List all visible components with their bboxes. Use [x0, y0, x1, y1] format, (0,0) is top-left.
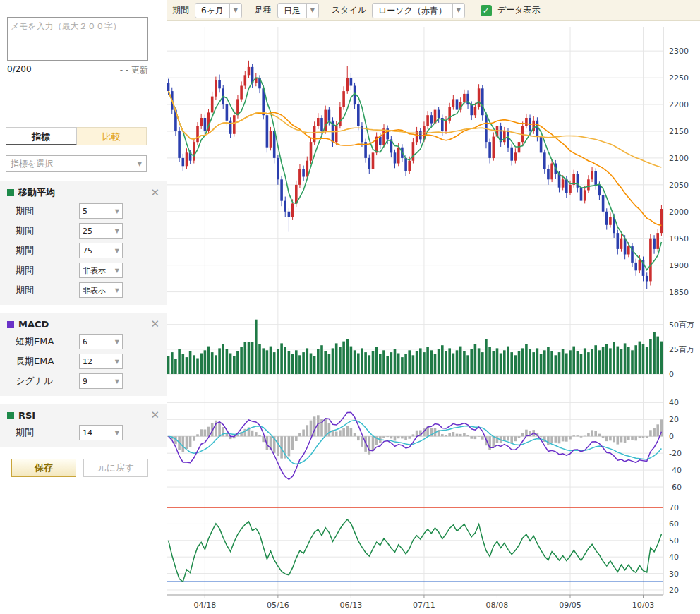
svg-text:2150: 2150 [669, 127, 689, 136]
stock-chart-canvas[interactable]: 2300225022002150210020502000195019001850… [167, 21, 700, 614]
section-title: MACD [18, 319, 49, 330]
chevron-down-icon: ▼ [115, 267, 119, 274]
section-title: 移動平均 [18, 186, 55, 199]
svg-text:2000: 2000 [669, 207, 689, 217]
svg-text:-60: -60 [669, 483, 682, 492]
svg-text:1950: 1950 [669, 234, 689, 243]
green-square-icon [7, 189, 14, 196]
bar-type-dropdown-value: 日足 [278, 4, 306, 18]
indicator-sidebar: 0/200 - - 更新 指標 比較 指標を選択 ▼ 移動平均 ✕ 期間 5▼ … [0, 0, 167, 614]
chevron-down-icon: ▼ [229, 4, 241, 18]
svg-text:2100: 2100 [669, 154, 689, 163]
svg-text:60: 60 [669, 519, 679, 529]
chevron-down-icon: ▼ [306, 4, 318, 18]
svg-text:20: 20 [669, 586, 679, 595]
period-dropdown[interactable]: 6ヶ月 ▼ [195, 3, 242, 18]
svg-text:70: 70 [669, 503, 679, 512]
indicator-select[interactable]: 指標を選択 ▼ [6, 155, 147, 172]
chart-toolbar: 期間 6ヶ月 ▼ 足種 日足 ▼ スタイル ローソク（赤青） ▼ ✓ データ表示 [167, 0, 700, 21]
svg-text:0: 0 [669, 370, 674, 379]
svg-text:40: 40 [669, 553, 679, 562]
chevron-down-icon: ▼ [115, 228, 119, 234]
data-display-checkbox[interactable]: ✓ [481, 5, 492, 16]
ma-period-row-4: 期間 非表示▼ [7, 263, 159, 278]
close-icon[interactable]: ✕ [150, 188, 159, 198]
chevron-down-icon: ▼ [115, 378, 119, 385]
svg-text:25百万: 25百万 [669, 345, 694, 354]
memo-updated-text: - - 更新 [120, 64, 148, 76]
close-icon[interactable]: ✕ [150, 410, 159, 421]
svg-text:09/05: 09/05 [559, 601, 581, 610]
ma-period-1-select[interactable]: 5▼ [79, 203, 123, 219]
svg-text:-20: -20 [669, 449, 682, 458]
chevron-down-icon: ▼ [115, 430, 119, 436]
svg-text:06/13: 06/13 [340, 601, 363, 610]
section-header: RSI ✕ [7, 410, 159, 421]
macd-signal-row: シグナル 9▼ [7, 373, 159, 389]
chevron-down-icon: ▼ [115, 339, 119, 345]
close-icon[interactable]: ✕ [150, 319, 159, 330]
chart-region: 期間 6ヶ月 ▼ 足種 日足 ▼ スタイル ローソク（赤青） ▼ ✓ データ表示… [167, 0, 700, 614]
green-square-icon [7, 412, 14, 419]
svg-text:30: 30 [669, 570, 679, 579]
style-dropdown[interactable]: ローソク（赤青） ▼ [372, 3, 465, 18]
chevron-down-icon: ▼ [138, 161, 142, 167]
svg-text:04/18: 04/18 [194, 601, 217, 610]
ma-period-5-select[interactable]: 非表示▼ [79, 282, 123, 298]
data-display-label: データ表示 [497, 4, 541, 16]
ma-period-row-2: 期間 25▼ [7, 223, 159, 239]
svg-text:40: 40 [669, 398, 679, 407]
chevron-down-icon: ▼ [115, 359, 119, 365]
rsi-period-row: 期間 14▼ [7, 425, 159, 440]
svg-text:20: 20 [669, 415, 679, 424]
macd-long-ema-row: 長期EMA 12▼ [7, 354, 159, 369]
save-button[interactable]: 保存 [11, 459, 76, 477]
bar-type-dropdown[interactable]: 日足 ▼ [277, 3, 319, 18]
chevron-down-icon: ▼ [452, 4, 464, 18]
style-dropdown-value: ローソク（赤青） [373, 4, 452, 18]
chevron-down-icon: ▼ [115, 208, 119, 215]
svg-text:2050: 2050 [669, 181, 689, 190]
section-rsi: RSI ✕ 期間 14▼ [0, 404, 167, 447]
macd-short-ema-select[interactable]: 6▼ [79, 334, 123, 349]
svg-text:2200: 2200 [669, 100, 689, 109]
section-header: 移動平均 ✕ [7, 186, 159, 199]
svg-text:-40: -40 [669, 466, 682, 475]
macd-long-ema-select[interactable]: 12▼ [79, 354, 123, 369]
svg-text:1900: 1900 [669, 261, 689, 270]
section-macd: MACD ✕ 短期EMA 6▼ 長期EMA 12▼ シグナル 9▼ [0, 313, 167, 396]
rsi-period-select[interactable]: 14▼ [79, 425, 123, 440]
svg-text:08/08: 08/08 [486, 601, 509, 610]
ma-period-row-5: 期間 非表示▼ [7, 282, 159, 298]
period-label: 期間 [172, 4, 189, 16]
sidebar-tabs: 指標 比較 [6, 127, 147, 145]
ma-period-row-1: 期間 5▼ [7, 203, 159, 219]
svg-text:2250: 2250 [669, 73, 689, 83]
ma-period-4-select[interactable]: 非表示▼ [79, 263, 123, 278]
sidebar-buttons: 保存 元に戻す [11, 459, 167, 477]
style-label: スタイル [332, 4, 366, 16]
memo-status-row: 0/200 - - 更新 [7, 64, 148, 76]
svg-text:1850: 1850 [669, 288, 689, 297]
tab-indicators[interactable]: 指標 [6, 127, 77, 145]
macd-signal-select[interactable]: 9▼ [79, 373, 123, 389]
svg-text:07/11: 07/11 [413, 601, 435, 610]
chevron-down-icon: ▼ [115, 248, 119, 254]
ma-period-row-3: 期間 75▼ [7, 243, 159, 258]
memo-counter: 0/200 [7, 64, 32, 76]
memo-input[interactable] [7, 17, 148, 61]
macd-short-ema-row: 短期EMA 6▼ [7, 334, 159, 349]
reset-button[interactable]: 元に戻す [83, 459, 148, 477]
section-moving-average: 移動平均 ✕ 期間 5▼ 期間 25▼ 期間 75▼ 期間 非表示▼ [0, 181, 167, 305]
bar-type-label: 足種 [255, 4, 272, 16]
ma-period-2-select[interactable]: 25▼ [79, 223, 123, 239]
purple-square-icon [7, 321, 14, 328]
indicator-select-placeholder: 指標を選択 [11, 158, 53, 170]
chevron-down-icon: ▼ [115, 287, 119, 294]
ma-period-3-select[interactable]: 75▼ [79, 243, 123, 258]
period-dropdown-value: 6ヶ月 [195, 4, 229, 18]
section-header: MACD ✕ [7, 319, 159, 330]
tab-compare[interactable]: 比較 [77, 127, 147, 145]
svg-text:10/03: 10/03 [632, 601, 655, 610]
svg-text:50: 50 [669, 536, 679, 546]
